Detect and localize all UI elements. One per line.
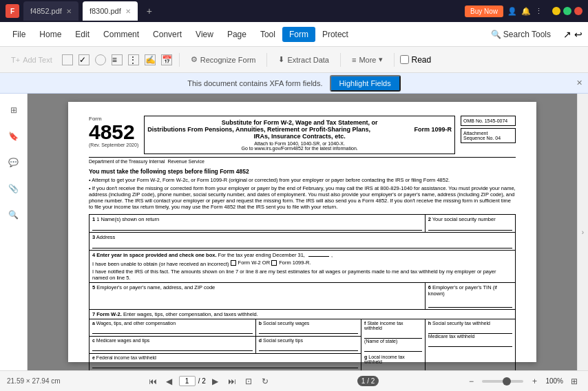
back-icon[interactable]: ↩	[574, 29, 582, 40]
field6-label: Employer's or payer's TIN (if known)	[428, 284, 497, 297]
attach-line: Attach to Form 1040, 1040-SR, or 1040-X.	[147, 141, 452, 146]
menu-page[interactable]: Page	[220, 27, 253, 42]
field7e-input[interactable]	[92, 360, 358, 368]
zoom-in-button[interactable]: +	[527, 374, 541, 388]
menu-home[interactable]: Home	[32, 27, 68, 42]
field2-num: 2	[428, 216, 431, 222]
form-fields-table: 1 1 Name(s) shown on return 2 Your socia…	[89, 214, 516, 370]
field4-line2: I have notified the IRS of this fact. Th…	[92, 268, 512, 281]
nav-first-button[interactable]: ⏮	[146, 374, 160, 388]
share-icon[interactable]: ↗	[563, 29, 571, 40]
toolbar-separator-4	[394, 53, 395, 67]
recognize-form-button[interactable]: ⚙ Recognize Form	[185, 53, 262, 66]
field3-input[interactable]	[92, 240, 512, 249]
sidebar-pages-icon[interactable]: ⊞	[3, 99, 25, 121]
title-bar-right: Buy Now 👤 🔔 ⋮	[465, 6, 582, 17]
read-toggle[interactable]: Read	[400, 55, 431, 65]
zoom-out-button[interactable]: −	[464, 374, 478, 388]
field7g-input[interactable]	[364, 364, 422, 371]
main-area: ⊞ 🔖 💬 📎 🔍 Form 4852 (Rev. September 2020…	[0, 94, 588, 370]
sidebar-search-icon[interactable]: 🔍	[3, 204, 25, 226]
extract-icon: ⬇	[278, 55, 284, 64]
field7c-input[interactable]	[92, 343, 253, 351]
maximize-button[interactable]	[563, 7, 571, 15]
menu-protect[interactable]: Protect	[315, 27, 355, 42]
nav-prev-button[interactable]: ◀	[162, 374, 176, 388]
more-button[interactable]: ≡ More ▾	[346, 53, 388, 66]
extract-data-button[interactable]: ⬇ Extract Data	[273, 53, 335, 66]
buy-now-button[interactable]: Buy Now	[465, 6, 503, 17]
field7h-input[interactable]	[428, 326, 512, 334]
page-number-input[interactable]	[179, 376, 196, 386]
minimize-button[interactable]	[552, 7, 560, 15]
field7b-input[interactable]	[259, 326, 358, 334]
menu-convert[interactable]: Convert	[146, 27, 189, 42]
nav-next-button[interactable]: ▶	[209, 374, 222, 388]
attachment-label: Attachment	[463, 131, 513, 136]
sidebar-comment-icon[interactable]: 💬	[3, 151, 25, 173]
sidebar-bookmark-icon[interactable]: 🔖	[3, 125, 25, 147]
field6-input[interactable]	[428, 299, 512, 308]
xfa-notice-text: This document contains XFA form fields.	[187, 79, 322, 87]
instruction-bullet2: • If you don't receive the missing or co…	[89, 185, 516, 210]
menu-view[interactable]: View	[189, 27, 220, 42]
menu-edit[interactable]: Edit	[68, 27, 96, 42]
fit-page-button[interactable]: ⊞	[567, 374, 581, 388]
nav-last-button[interactable]: ⏭	[225, 374, 239, 388]
search-tools-icon: 🔍	[491, 30, 501, 39]
field1-input[interactable]	[92, 222, 422, 231]
page-indicator-badge: 1 / 2	[357, 376, 379, 386]
field7-text: Enter wages, tips, other compensation, a…	[123, 311, 258, 317]
field7d-input[interactable]	[259, 343, 358, 351]
menu-form[interactable]: Form	[282, 27, 315, 42]
field4-label: Enter year in space provided and check o…	[96, 252, 216, 258]
xfa-notice-bar: This document contains XFA form fields. …	[0, 73, 588, 94]
field7a-input[interactable]	[92, 326, 253, 334]
field7f-input[interactable]	[364, 330, 422, 339]
field7f-state-input[interactable]	[364, 344, 422, 352]
sidebar-attachment-icon[interactable]: 📎	[3, 178, 25, 200]
tab-f8300-close[interactable]: ✕	[125, 8, 131, 15]
xfa-close-button[interactable]: ✕	[576, 78, 582, 87]
menu-comment[interactable]: Comment	[96, 27, 146, 42]
window-controls	[552, 7, 582, 15]
field7f-sub: (Name of state)	[364, 339, 422, 344]
right-sidebar-toggle[interactable]: ›	[577, 94, 588, 370]
search-tools-button[interactable]: 🔍 Search Tools	[484, 27, 558, 42]
page-separator: / 2	[198, 377, 206, 385]
page-dimensions: 21.59 × 27.94 cm	[7, 377, 61, 385]
tab-f4852-close[interactable]: ✕	[66, 8, 72, 15]
menu-tool[interactable]: Tool	[253, 27, 282, 42]
nav-fit-button[interactable]: ⊡	[242, 374, 255, 388]
add-text-button[interactable]: T+ Add Text	[6, 54, 58, 66]
list-icon: ⋮	[128, 54, 139, 65]
check-1099-box[interactable]	[271, 260, 277, 266]
dept-line1: Department of the Treasury Internal	[89, 159, 165, 164]
pdf-container[interactable]: Form 4852 (Rev. September 2020) Substitu…	[28, 94, 577, 370]
field2-input[interactable]	[428, 222, 512, 231]
zoom-thumb[interactable]	[503, 377, 511, 385]
tab-f8300[interactable]: f8300.pdf ✕	[83, 1, 138, 21]
app-icon: F	[6, 4, 19, 18]
field7h-medicare-input[interactable]	[428, 339, 512, 347]
highlight-fields-button[interactable]: Highlight Fields	[330, 75, 401, 92]
pdf-page: Form 4852 (Rev. September 2020) Substitu…	[68, 102, 536, 362]
field7-title: Form W-2.	[96, 311, 122, 317]
close-button[interactable]	[574, 7, 582, 15]
bell-icon[interactable]: 🔔	[521, 7, 531, 16]
field1-num: 1	[92, 216, 95, 222]
menu-file[interactable]: File	[6, 27, 32, 42]
tab-f8300-label: f8300.pdf	[90, 7, 121, 15]
tab-f4852[interactable]: f4852.pdf ✕	[23, 1, 78, 21]
zoom-slider[interactable]	[482, 380, 523, 383]
more-icon[interactable]: ⋮	[535, 7, 543, 16]
check-w2-box[interactable]	[231, 260, 236, 266]
new-tab-button[interactable]: +	[142, 3, 157, 19]
read-checkbox[interactable]	[400, 55, 409, 64]
user-icon[interactable]: 👤	[507, 7, 517, 16]
nav-rotate-button[interactable]: ↻	[258, 374, 272, 388]
field3-label: Address	[96, 234, 116, 240]
current-page-badge: 1 / 2	[357, 376, 379, 386]
field7h-sub: Medicare tax withheld	[428, 334, 512, 339]
recognize-icon: ⚙	[191, 55, 198, 64]
